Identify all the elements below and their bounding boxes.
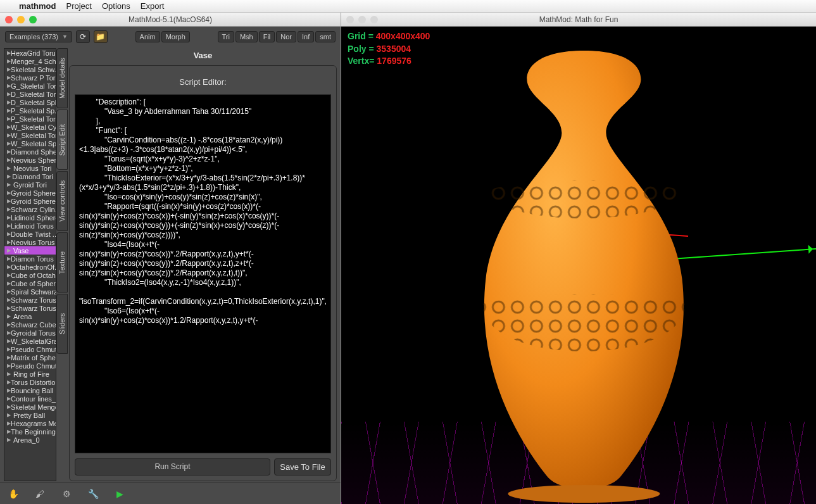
tree-item[interactable]: ▶G_Skeletal Tori: [4, 82, 56, 90]
tree-item[interactable]: ▶Skeletal Menger: [4, 403, 56, 411]
tree-item[interactable]: ▶Bouncing Ball: [4, 386, 56, 394]
tree-item[interactable]: ▶Spiral Schwarz...: [4, 287, 56, 296]
tree-item-label: The Beginning: [11, 428, 56, 436]
side-tabs: Model details Script Edit View controls …: [56, 48, 68, 481]
tree-item[interactable]: ▶W_Skeletal Sp...: [4, 139, 56, 148]
tree-item[interactable]: ▶Neovius Torus: [4, 238, 56, 246]
menu-export[interactable]: Export: [141, 1, 165, 11]
open-folder-button[interactable]: 📁: [94, 30, 108, 43]
settings-icon[interactable]: ⚙: [60, 487, 73, 501]
tree-item[interactable]: ▶Cube of Spheres: [4, 279, 56, 287]
refresh-icon: ⟳: [80, 32, 86, 41]
tree-item[interactable]: ▶P_Skeletal Sp...: [4, 106, 56, 115]
tree-item[interactable]: ▶Gyroid Tori: [4, 180, 56, 189]
expand-icon: ▶: [7, 165, 13, 171]
tree-item[interactable]: ▶HexaGrid Torus: [4, 49, 56, 57]
maximize-icon[interactable]: [29, 16, 37, 23]
tree-item[interactable]: ▶Gyroidal Torus: [4, 329, 56, 337]
tab-model-details[interactable]: Model details: [56, 48, 68, 108]
minimize-icon[interactable]: [17, 16, 25, 23]
fil-button[interactable]: Fil: [259, 31, 275, 42]
refresh-button[interactable]: ⟳: [76, 30, 90, 43]
tree-item[interactable]: ▶Diamond Sphere: [4, 148, 56, 156]
tree-item[interactable]: ▶Diamon Torus: [4, 255, 56, 263]
tree-item[interactable]: ▶Pseudo Chmut...: [4, 362, 56, 370]
model-tree[interactable]: ▶HexaGrid Torus▶Menger_4 Sch...▶Skeletal…: [4, 48, 56, 481]
tree-item[interactable]: ▶Ring of Fire: [4, 370, 56, 378]
tree-item[interactable]: ▶Gyroid Sphere: [4, 189, 56, 197]
menu-project[interactable]: Project: [66, 1, 92, 11]
tree-item[interactable]: ▶Gyroid Sphere: [4, 197, 56, 205]
tree-item[interactable]: ▶Double Twist ...: [4, 230, 56, 238]
expand-icon: ▶: [7, 248, 13, 253]
msh-button[interactable]: Msh: [235, 31, 258, 42]
tree-item-label: Neovius Sphere: [11, 156, 56, 164]
tree-item[interactable]: ▶Vase: [4, 246, 56, 255]
tree-item[interactable]: ▶Matrix of Sphe...: [4, 353, 56, 362]
editor-titlebar[interactable]: MathMod-5.1(MacOS64): [0, 13, 341, 27]
tree-item[interactable]: ▶Schwarz Torus...: [4, 296, 56, 304]
hand-icon[interactable]: ✋: [6, 487, 20, 501]
tree-item[interactable]: ▶Neovius Sphere: [4, 156, 56, 164]
tree-item-label: Vase: [13, 247, 28, 255]
maximize-icon[interactable]: [370, 16, 378, 23]
tab-sliders[interactable]: Sliders: [56, 294, 68, 354]
tree-item[interactable]: ▶Skeletal Schw...: [4, 65, 56, 73]
tri-button[interactable]: Tri: [218, 31, 234, 42]
tree-item[interactable]: ▶Schwarz Torus...: [4, 304, 56, 312]
tree-item[interactable]: ▶P_Skeletal Tori: [4, 115, 56, 123]
script-editor-textarea[interactable]: "Description": [ "Vase_3 by Abderrahman …: [75, 94, 331, 453]
viewport-titlebar[interactable]: MathMod: Math for Fun: [341, 13, 816, 27]
tree-item[interactable]: ▶Schwarz P Tori: [4, 73, 56, 82]
tree-item[interactable]: ▶W_SkeletalGra...: [4, 337, 56, 345]
brush-icon[interactable]: 🖌: [33, 487, 47, 501]
bottom-toolbar: ✋ 🖌 ⚙ 🔧 ▶: [0, 482, 341, 504]
inf-button[interactable]: Inf: [298, 31, 314, 42]
tree-item[interactable]: ▶Schwarz Cylin...: [4, 205, 56, 213]
tree-item[interactable]: ▶W_Skeletal Tori: [4, 131, 56, 139]
tree-item[interactable]: ▶Arena_0: [4, 436, 56, 444]
tree-item[interactable]: ▶Lidinoid Sphere: [4, 213, 56, 222]
tree-item[interactable]: ▶D_Skeletal Tori: [4, 90, 56, 98]
tree-item-label: Arena_0: [13, 436, 40, 444]
app-name[interactable]: mathmod: [19, 1, 56, 11]
tree-item-label: Neovius Tori: [13, 165, 51, 172]
tree-item[interactable]: ▶D_Skeletal Sph...: [4, 98, 56, 106]
examples-dropdown[interactable]: Examples (373) ▼: [5, 31, 72, 42]
smt-button[interactable]: smt: [315, 31, 336, 42]
tree-item[interactable]: ▶Cube of Octah...: [4, 271, 56, 279]
tree-item[interactable]: ▶Hexagrams Me...: [4, 419, 56, 427]
top-toolbar: Examples (373) ▼ ⟳ 📁 Anim Morph Tri Msh …: [0, 27, 341, 47]
tree-item[interactable]: ▶Pretty Ball: [4, 411, 56, 419]
play-icon[interactable]: ▶: [113, 487, 127, 501]
tree-item[interactable]: ▶Torus Distortion: [4, 378, 56, 386]
tab-view-controls[interactable]: View controls: [56, 171, 68, 231]
run-script-button[interactable]: Run Script: [75, 458, 270, 476]
tree-item[interactable]: ▶Menger_4 Sch...: [4, 57, 56, 65]
tree-item[interactable]: ▶The Beginning: [4, 427, 56, 436]
tree-item[interactable]: ▶Schwarz Cube ...: [4, 320, 56, 329]
tree-item[interactable]: ▶OctahedronOf...: [4, 263, 56, 271]
save-to-file-button[interactable]: Save To File: [274, 458, 331, 476]
tree-item[interactable]: ▶Arena: [4, 312, 56, 320]
wrench-icon[interactable]: 🔧: [86, 487, 100, 501]
nor-button[interactable]: Nor: [276, 31, 296, 42]
tab-texture[interactable]: Texture: [56, 232, 68, 293]
3d-viewport[interactable]: Grid = 400x400x400 Poly = 3535004 Vertx=…: [341, 27, 816, 504]
tree-item[interactable]: ▶Neovius Tori: [4, 164, 56, 172]
tree-item-label: Skeletal Menger: [11, 403, 56, 411]
tree-item[interactable]: ▶Diamond Tori: [4, 172, 56, 180]
minimize-icon[interactable]: [358, 16, 366, 23]
morph-button[interactable]: Morph: [161, 31, 190, 42]
tree-item[interactable]: ▶Contour lines_1: [4, 394, 56, 403]
close-icon[interactable]: [5, 16, 13, 23]
menu-options[interactable]: Options: [102, 1, 130, 11]
tree-item[interactable]: ▶Lidinoid Torus: [4, 222, 56, 230]
tree-item-label: Pretty Ball: [13, 412, 45, 419]
tree-item[interactable]: ▶W_Skeletal Cyl...: [4, 123, 56, 131]
tree-item[interactable]: ▶Pseudo Chmut...: [4, 345, 56, 353]
tab-script-edit[interactable]: Script Edit: [56, 110, 68, 170]
anim-button[interactable]: Anim: [135, 31, 160, 42]
tree-item-label: Schwarz Cylin...: [11, 206, 56, 213]
close-icon[interactable]: [346, 16, 354, 23]
